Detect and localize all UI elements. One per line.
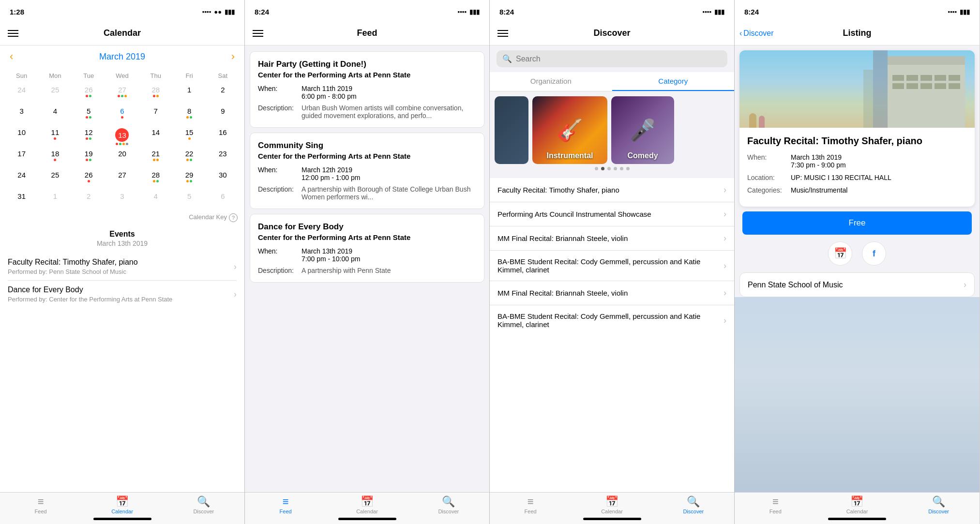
tab-discover-4[interactable]: 🔍 Discover bbox=[924, 496, 953, 514]
category-tab-switcher: Organization Category bbox=[490, 72, 734, 91]
next-month-btn[interactable]: › bbox=[231, 50, 235, 63]
tab-discover-2[interactable]: 🔍 Discover bbox=[434, 496, 463, 514]
discover-item-2[interactable]: MM Final Recital: Briannah Steele, violi… bbox=[490, 226, 734, 251]
tab-feed-1[interactable]: ≡ Feed bbox=[26, 496, 55, 514]
free-button[interactable]: Free bbox=[742, 211, 972, 235]
cat-card-partial[interactable] bbox=[495, 96, 528, 164]
hamburger-menu-1[interactable] bbox=[8, 30, 18, 37]
cal-day[interactable]: 20 bbox=[106, 148, 139, 169]
tab-feed-3[interactable]: ≡ Feed bbox=[516, 496, 545, 514]
cal-day[interactable]: 10 bbox=[5, 126, 38, 148]
tab-organization[interactable]: Organization bbox=[490, 72, 612, 91]
search-bar[interactable]: 🔍 bbox=[497, 50, 727, 67]
cal-day[interactable]: 11 bbox=[38, 126, 72, 148]
phone3-discover: 8:24 ▪▪▪▪ ▮▮▮ Discover 🔍 Organization Ca… bbox=[490, 0, 735, 524]
cal-day[interactable]: 24 bbox=[5, 84, 38, 105]
cal-day[interactable]: 14 bbox=[139, 126, 172, 148]
tab-discover-1[interactable]: 🔍 Discover bbox=[189, 496, 218, 514]
phone4-listing: 8:24 ▪▪▪▪ ▮▮▮ ‹ Discover Listing bbox=[735, 0, 980, 524]
cal-day[interactable]: 29 bbox=[172, 169, 206, 190]
cal-day[interactable]: 23 bbox=[206, 148, 240, 169]
tab-discover-label-1: Discover bbox=[193, 509, 214, 514]
category-carousel: 🎸 Instrumental 🎤 Comedy bbox=[490, 91, 734, 178]
prev-month-btn[interactable]: ‹ bbox=[10, 50, 13, 63]
cal-day[interactable]: 2 bbox=[206, 84, 240, 105]
cal-day[interactable]: 31 bbox=[5, 190, 38, 211]
cal-day[interactable]: 4 bbox=[38, 105, 72, 126]
tab-calendar-2[interactable]: 📅 Calendar bbox=[352, 496, 381, 514]
hamburger-menu-3[interactable] bbox=[498, 30, 508, 37]
feed-list: Hair Party (Getting it Done!) Center for… bbox=[245, 45, 489, 492]
cal-day[interactable]: 2 bbox=[72, 190, 106, 211]
cat-card-comedy[interactable]: 🎤 Comedy bbox=[611, 96, 674, 164]
cal-day[interactable]: 19 bbox=[72, 148, 106, 169]
dot-3 bbox=[614, 167, 617, 170]
cal-day[interactable]: 3 bbox=[5, 105, 38, 126]
tab-category[interactable]: Category bbox=[612, 72, 735, 91]
cal-day[interactable]: 26 bbox=[72, 169, 106, 190]
cal-day[interactable]: 12 bbox=[72, 126, 106, 148]
cal-day[interactable]: 27 bbox=[106, 169, 139, 190]
cal-day[interactable]: 16 bbox=[206, 126, 240, 148]
dot-indicator bbox=[116, 143, 118, 145]
discover-item-4[interactable]: MM Final Recital: Briannah Steele, violi… bbox=[490, 281, 734, 305]
back-btn[interactable]: ‹ Discover bbox=[739, 29, 774, 38]
calendar-icon-3: 📅 bbox=[605, 496, 618, 507]
cal-day[interactable]: 30 bbox=[206, 169, 240, 190]
calendar-key-icon[interactable]: ? bbox=[229, 213, 238, 222]
event-item-1[interactable]: Dance for Every Body Performed by: Cente… bbox=[8, 281, 237, 308]
cal-day[interactable]: 18 bbox=[38, 148, 72, 169]
day-number: 6 bbox=[221, 192, 225, 200]
discover-item-0[interactable]: Faculty Recital: Timothy Shafer, piano › bbox=[490, 178, 734, 202]
tab-feed-2[interactable]: ≡ Feed bbox=[271, 496, 300, 514]
cat-card-instrumental[interactable]: 🎸 Instrumental bbox=[532, 96, 607, 164]
cal-day[interactable]: 22 bbox=[172, 148, 206, 169]
tab-calendar-3[interactable]: 📅 Calendar bbox=[597, 496, 626, 514]
cal-day[interactable]: 28 bbox=[139, 84, 172, 105]
hamburger-menu-2[interactable] bbox=[253, 30, 263, 37]
cal-day[interactable]: 1 bbox=[172, 84, 206, 105]
feed-desc-2: Description: A partnership with Penn Sta… bbox=[258, 267, 476, 274]
add-calendar-btn[interactable]: 📅 bbox=[828, 241, 852, 266]
tab-feed-4[interactable]: ≡ Feed bbox=[761, 496, 790, 514]
discover-item-5[interactable]: BA-BME Student Recital: Cody Gemmell, pe… bbox=[490, 305, 734, 335]
cal-day[interactable]: 15 bbox=[172, 126, 206, 148]
tab-discover-3[interactable]: 🔍 Discover bbox=[679, 496, 708, 514]
search-input[interactable] bbox=[516, 55, 722, 63]
cal-day[interactable]: 25 bbox=[38, 84, 72, 105]
cal-day[interactable]: 6 bbox=[206, 190, 240, 211]
listing-categories: Categories: Music/Instrumental bbox=[747, 186, 967, 194]
discover-item-3[interactable]: BA-BME Student Recital: Cody Gemmell, pe… bbox=[490, 251, 734, 281]
chevron-0: › bbox=[234, 262, 237, 272]
cal-day[interactable]: 21 bbox=[139, 148, 172, 169]
cal-day[interactable]: 17 bbox=[5, 148, 38, 169]
cal-day[interactable]: 27 bbox=[106, 84, 139, 105]
tab-calendar-label-4: Calendar bbox=[846, 509, 868, 514]
cal-day[interactable]: 28 bbox=[139, 169, 172, 190]
cal-day[interactable]: 26 bbox=[72, 84, 106, 105]
listing-card: Faculty Recital: Timothy Shafer, piano W… bbox=[739, 50, 975, 207]
cal-day[interactable]: 25 bbox=[38, 169, 72, 190]
event-item-0[interactable]: Faculty Recital: Timothy Shafer, piano P… bbox=[8, 253, 237, 281]
cal-day[interactable]: 13 bbox=[106, 126, 139, 148]
cal-day[interactable]: 5 bbox=[72, 105, 106, 126]
cal-day[interactable]: 1 bbox=[38, 190, 72, 211]
cal-day[interactable]: 9 bbox=[206, 105, 240, 126]
cal-week-row: 24252627282930 bbox=[5, 169, 240, 190]
cal-day[interactable]: 4 bbox=[139, 190, 172, 211]
cal-day[interactable]: 5 bbox=[172, 190, 206, 211]
cal-day[interactable]: 8 bbox=[172, 105, 206, 126]
cal-day[interactable]: 3 bbox=[106, 190, 139, 211]
cal-day[interactable]: 24 bbox=[5, 169, 38, 190]
listing-org-row[interactable]: Penn State School of Music › bbox=[739, 272, 975, 297]
facebook-btn[interactable]: f bbox=[862, 241, 886, 266]
tab-calendar-4[interactable]: 📅 Calendar bbox=[843, 496, 872, 514]
discover-item-1[interactable]: Performing Arts Council Instrumental Sho… bbox=[490, 202, 734, 226]
feed-date-1: March 12th 2019 bbox=[302, 166, 476, 174]
nav-bar-4: ‹ Discover Listing bbox=[735, 21, 980, 45]
feed-date-2: March 13th 2019 bbox=[302, 247, 476, 255]
day-number: 12 bbox=[85, 128, 93, 136]
tab-calendar-1[interactable]: 📅 Calendar bbox=[107, 496, 136, 514]
cal-day[interactable]: 6 bbox=[106, 105, 139, 126]
cal-day[interactable]: 7 bbox=[139, 105, 172, 126]
